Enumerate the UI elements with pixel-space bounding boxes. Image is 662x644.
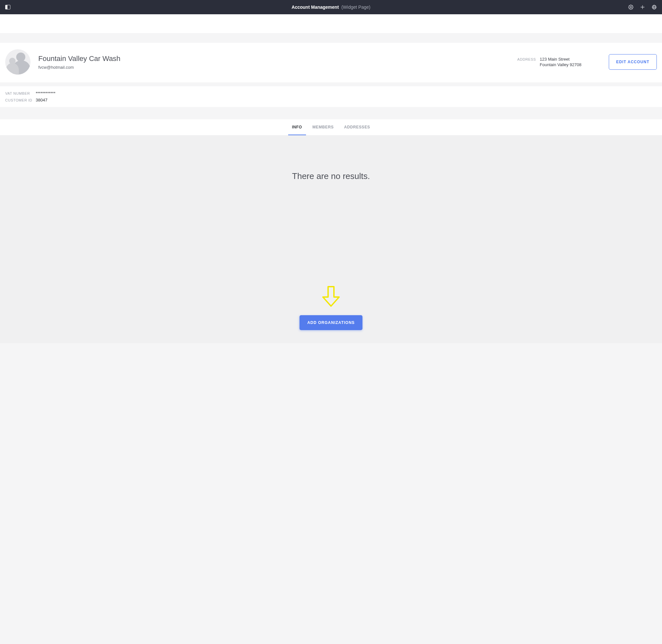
edit-account-button[interactable]: Edit Account xyxy=(609,54,657,70)
customer-id-row: CUSTOMER ID 38047 xyxy=(5,98,657,102)
tabs-row: Info Members Addresses xyxy=(0,119,662,136)
top-bar-left xyxy=(5,5,10,9)
tab-addresses[interactable]: Addresses xyxy=(340,119,374,135)
vat-number-label: VAT NUMBER xyxy=(5,91,32,95)
gear-icon[interactable] xyxy=(628,4,634,10)
account-name: Fountain Valley Car Wash xyxy=(38,54,120,63)
globe-icon[interactable] xyxy=(652,4,657,10)
vat-number-row: VAT NUMBER ************ xyxy=(5,91,657,96)
page-title: Account Management (Widget Page) xyxy=(292,0,371,14)
account-summary-card: Fountain Valley Car Wash fvcw@hotmail.co… xyxy=(0,43,662,83)
top-bar: Account Management (Widget Page) xyxy=(0,0,662,14)
tab-members[interactable]: Members xyxy=(309,119,338,135)
customer-id-label: CUSTOMER ID xyxy=(5,98,32,102)
address-lines: 123 Main Street Fountain Valley 92708 xyxy=(540,57,581,67)
arrow-down-icon xyxy=(322,286,340,307)
customer-id-value: 38047 xyxy=(36,98,47,102)
tab-content-area: There are no results. Add Organizations xyxy=(0,136,662,343)
top-bar-actions xyxy=(628,4,657,10)
account-email: fvcw@hotmail.com xyxy=(38,65,120,70)
account-main-info: Fountain Valley Car Wash fvcw@hotmail.co… xyxy=(38,54,120,70)
address-label: ADDRESS xyxy=(517,57,536,61)
page-title-main: Account Management xyxy=(292,4,339,10)
address-line-1: 123 Main Street xyxy=(540,57,581,62)
vat-number-value: ************ xyxy=(36,91,56,96)
no-results-message: There are no results. xyxy=(292,171,370,181)
sidebar-toggle-icon[interactable] xyxy=(5,5,10,9)
plus-icon[interactable] xyxy=(640,4,645,10)
tab-info[interactable]: Info xyxy=(288,119,306,135)
page-title-sub: (Widget Page) xyxy=(341,4,370,10)
account-address-block: ADDRESS 123 Main Street Fountain Valley … xyxy=(517,57,595,67)
svg-point-0 xyxy=(630,6,632,8)
account-avatar-icon xyxy=(5,49,30,75)
address-line-2: Fountain Valley 92708 xyxy=(540,62,581,67)
account-details-strip: VAT NUMBER ************ CUSTOMER ID 3804… xyxy=(0,86,662,107)
add-organizations-button[interactable]: Add Organizations xyxy=(300,315,362,330)
header-spacer xyxy=(0,14,662,33)
